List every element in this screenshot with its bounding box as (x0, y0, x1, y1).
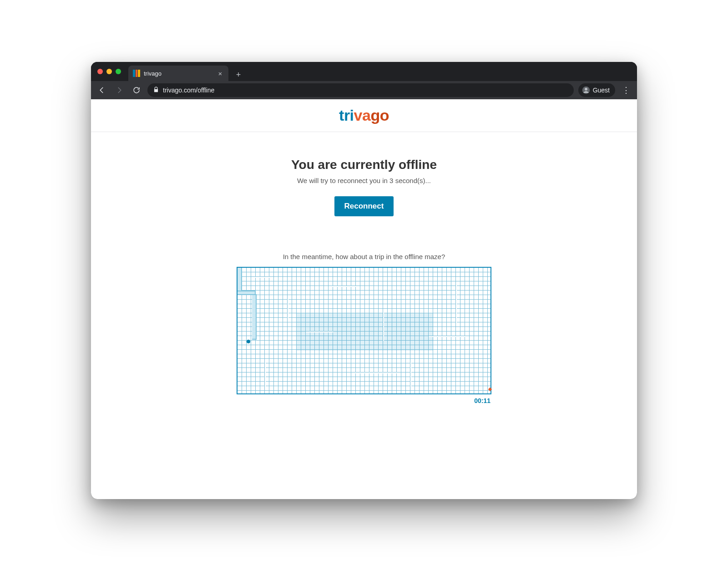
browser-window: trivago × + trivago.com/offline Guest ⋮ (91, 62, 637, 499)
window-minimize-icon[interactable] (106, 69, 112, 74)
maze-timer: 00:11 (474, 397, 491, 404)
address-bar-url: trivago.com/offline (163, 87, 214, 94)
back-button[interactable] (96, 84, 108, 97)
forward-button[interactable] (113, 84, 126, 97)
tab-title: trivago (144, 70, 213, 77)
reconnect-status: We will try to reconnect you in 3 second… (297, 177, 431, 184)
maze-exit-icon (488, 388, 492, 391)
window-close-icon[interactable] (97, 69, 103, 74)
logo-part-tri: tri (339, 107, 354, 124)
reconnect-button[interactable]: Reconnect (334, 196, 394, 216)
profile-chip[interactable]: Guest (578, 83, 615, 97)
reload-button[interactable] (130, 84, 143, 97)
lock-icon (153, 87, 159, 94)
maze-player-icon (247, 340, 250, 343)
trivago-logo: trivago (339, 107, 389, 124)
new-tab-button[interactable]: + (232, 68, 245, 81)
page-viewport: trivago You are currently offline We wil… (91, 99, 637, 499)
address-bar[interactable]: trivago.com/offline (147, 83, 574, 97)
window-zoom-icon[interactable] (116, 69, 121, 74)
maze-trail (238, 268, 242, 295)
offline-content: You are currently offline We will try to… (91, 132, 637, 499)
maze-area: 00:11 (237, 267, 491, 404)
profile-label: Guest (593, 87, 610, 94)
maze-prompt: In the meantime, how about a trip in the… (283, 253, 445, 260)
svg-point-1 (585, 88, 587, 91)
site-header: trivago (91, 99, 637, 132)
window-controls (96, 69, 121, 74)
logo-part-va: va (354, 107, 371, 124)
logo-part-go: go (370, 107, 389, 124)
maze-trail (238, 291, 256, 295)
browser-toolbar: trivago.com/offline Guest ⋮ (91, 81, 637, 99)
trivago-favicon-icon (133, 70, 140, 77)
browser-menu-icon[interactable]: ⋮ (620, 85, 632, 95)
browser-tab[interactable]: trivago × (128, 66, 228, 81)
person-icon (582, 86, 590, 94)
maze-trail (252, 294, 257, 340)
browser-tabstrip: trivago × + (91, 62, 637, 81)
tab-close-icon[interactable]: × (217, 70, 224, 77)
page-title: You are currently offline (291, 158, 437, 172)
offline-maze[interactable] (237, 267, 491, 394)
